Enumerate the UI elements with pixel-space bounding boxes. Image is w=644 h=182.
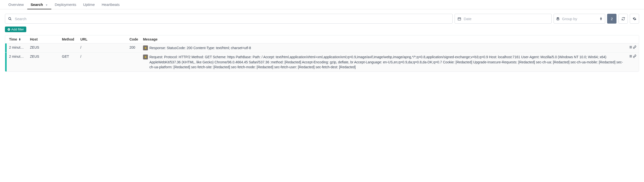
tab-overview[interactable]: Overview bbox=[5, 0, 27, 9]
tab-search-label: Search bbox=[31, 2, 43, 7]
toolbar: ▲▼ 2 bbox=[0, 9, 644, 26]
link-icon[interactable] bbox=[633, 46, 636, 49]
header-message[interactable]: Message bbox=[140, 35, 626, 43]
search-input[interactable] bbox=[15, 14, 452, 23]
cell-url: / bbox=[78, 52, 127, 72]
table-header: Time ▲▼ Host Method URL Code Message bbox=[5, 35, 639, 44]
add-filter-label: Add filter bbox=[11, 28, 24, 31]
tab-heartbeats[interactable]: Heartbeats bbox=[98, 0, 123, 9]
add-filter-button[interactable]: Add filter bbox=[5, 26, 26, 32]
refresh-icon bbox=[622, 17, 625, 21]
tab-search[interactable]: Search ▼ bbox=[27, 0, 51, 9]
link-icon[interactable] bbox=[633, 54, 636, 58]
table-body: 2 minutes... ZEUS / 200 ★ Response: Stat… bbox=[5, 44, 639, 72]
sort-icon: ▲▼ bbox=[18, 38, 21, 41]
filter-row: Add filter bbox=[0, 26, 644, 35]
cell-url: / bbox=[78, 44, 127, 52]
cell-time: 2 minutes... bbox=[7, 52, 28, 72]
table-row[interactable]: 2 minutes... ZEUS GET / ★ Request: Proto… bbox=[5, 52, 639, 72]
cell-message: ★ Response: StatusCode: 200 Content-Type… bbox=[140, 44, 626, 52]
sort-icon: ▲▼ bbox=[600, 17, 602, 20]
log-table: Time ▲▼ Host Method URL Code Message 2 m… bbox=[5, 35, 639, 72]
cell-actions bbox=[626, 52, 639, 72]
message-text: Response: StatusCode: 200 Content-Type: … bbox=[150, 46, 251, 50]
groupby-input[interactable] bbox=[562, 14, 605, 23]
header-url[interactable]: URL bbox=[78, 35, 127, 43]
cell-code: 200 bbox=[127, 44, 140, 52]
cell-code bbox=[127, 52, 140, 72]
header-time[interactable]: Time ▲▼ bbox=[7, 35, 28, 43]
gear-icon bbox=[633, 17, 636, 21]
cell-actions bbox=[626, 44, 639, 52]
star-icon[interactable]: ★ bbox=[143, 54, 148, 60]
table-row[interactable]: 2 minutes... ZEUS / 200 ★ Response: Stat… bbox=[5, 44, 639, 52]
header-method[interactable]: Method bbox=[60, 35, 78, 43]
cell-method: GET bbox=[60, 52, 78, 72]
svg-line-1 bbox=[10, 19, 11, 20]
cell-time: 2 minutes... bbox=[7, 44, 28, 52]
svg-rect-2 bbox=[458, 18, 460, 20]
header-host[interactable]: Host bbox=[28, 35, 60, 43]
plus-circle-icon bbox=[7, 28, 10, 31]
cell-host: ZEUS bbox=[28, 44, 60, 52]
message-text: Request: Protocol: HTTP/2 Method: GET Sc… bbox=[150, 54, 624, 70]
cell-method bbox=[60, 44, 78, 52]
header-time-label: Time bbox=[9, 37, 17, 41]
tab-deployments[interactable]: Deployments bbox=[51, 0, 80, 9]
header-code[interactable]: Code bbox=[127, 35, 140, 43]
date-input-wrap[interactable] bbox=[454, 14, 552, 24]
star-icon[interactable]: ★ bbox=[143, 46, 148, 50]
details-icon[interactable] bbox=[629, 46, 632, 49]
svg-marker-6 bbox=[556, 17, 560, 19]
tab-uptime[interactable]: Uptime bbox=[80, 0, 98, 9]
layers-icon bbox=[554, 17, 562, 21]
refresh-button[interactable] bbox=[618, 14, 628, 24]
cell-host: ZEUS bbox=[28, 52, 60, 72]
chevron-down-icon: ▼ bbox=[46, 4, 48, 6]
search-icon bbox=[5, 17, 15, 21]
groupby-select[interactable]: ▲▼ bbox=[554, 14, 605, 24]
details-icon[interactable] bbox=[629, 54, 632, 58]
calendar-icon bbox=[455, 17, 464, 21]
search-input-wrap[interactable] bbox=[5, 14, 452, 24]
result-count-badge[interactable]: 2 bbox=[607, 14, 616, 24]
settings-button[interactable] bbox=[630, 14, 639, 24]
cell-message: ★ Request: Protocol: HTTP/2 Method: GET … bbox=[140, 52, 626, 72]
svg-point-0 bbox=[8, 17, 11, 20]
tab-bar: Overview Search ▼ Deployments Uptime Hea… bbox=[0, 0, 644, 9]
header-actions bbox=[626, 35, 639, 43]
date-input[interactable] bbox=[464, 14, 551, 23]
